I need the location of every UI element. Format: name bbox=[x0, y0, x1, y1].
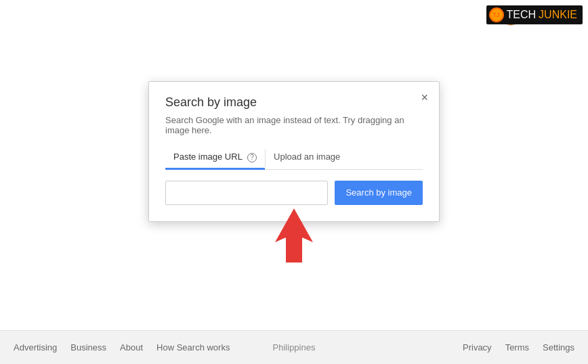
image-url-input[interactable] bbox=[165, 181, 328, 205]
modal-subtitle: Search Google with an image instead of t… bbox=[165, 115, 423, 135]
modal-title: Search by image bbox=[165, 95, 423, 110]
footer-link-about[interactable]: About bbox=[120, 342, 143, 352]
footer-country: Philippines bbox=[273, 342, 316, 352]
footer-left: Advertising Business About How Search wo… bbox=[0, 342, 230, 352]
red-arrow-icon bbox=[267, 205, 321, 266]
footer-link-terms[interactable]: Terms bbox=[505, 342, 529, 352]
modal-input-row: Search by image bbox=[165, 181, 423, 205]
help-icon[interactable]: ? bbox=[247, 153, 257, 162]
footer: Advertising Business About How Search wo… bbox=[0, 330, 588, 364]
arrow-container bbox=[267, 205, 321, 269]
modal-tabs: Paste image URL ? Upload an image bbox=[165, 146, 423, 170]
svg-marker-0 bbox=[275, 208, 313, 263]
footer-link-business[interactable]: Business bbox=[70, 342, 106, 352]
footer-link-how-search[interactable]: How Search works bbox=[156, 342, 230, 352]
footer-link-privacy[interactable]: Privacy bbox=[463, 342, 492, 352]
footer-link-settings[interactable]: Settings bbox=[543, 342, 574, 352]
modal-overlay: Search by image Search Google with an im… bbox=[0, 0, 588, 330]
search-by-image-modal: Search by image Search Google with an im… bbox=[148, 81, 440, 222]
tab-paste-url[interactable]: Paste image URL ? bbox=[165, 146, 265, 170]
search-by-image-button[interactable]: Search by image bbox=[335, 181, 423, 205]
footer-link-advertising[interactable]: Advertising bbox=[14, 342, 57, 352]
tab-upload-image[interactable]: Upload an image bbox=[266, 146, 348, 170]
footer-right: Privacy Terms Settings bbox=[463, 342, 588, 352]
modal-close-button[interactable]: × bbox=[421, 91, 428, 104]
